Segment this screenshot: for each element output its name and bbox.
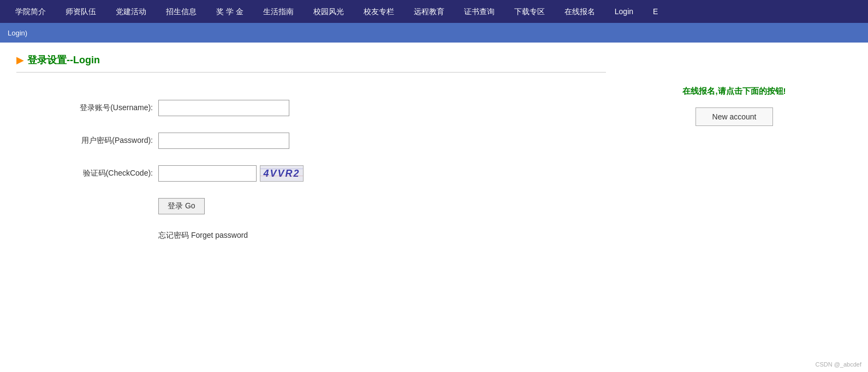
- forget-password-link[interactable]: 忘记密码 Forget password: [158, 231, 248, 239]
- nav-about[interactable]: 学院简介: [5, 0, 56, 23]
- password-input[interactable]: [158, 133, 289, 149]
- username-row: 登录账号(Username):: [49, 100, 606, 116]
- nav-login[interactable]: Login: [605, 0, 643, 23]
- nav-party[interactable]: 党建活动: [106, 0, 156, 23]
- nav-life[interactable]: 生活指南: [253, 0, 304, 23]
- nav-campus[interactable]: 校园风光: [304, 0, 354, 23]
- username-label: 登录账号(Username):: [49, 103, 158, 113]
- nav-admission[interactable]: 招生信息: [156, 0, 206, 23]
- nav-download[interactable]: 下载专区: [504, 0, 555, 23]
- nav-distance[interactable]: 远程教育: [404, 0, 454, 23]
- breadcrumb: Login): [0, 23, 868, 43]
- captcha-row: 验证码(CheckCode): 4VVR2: [49, 165, 606, 182]
- nav-certificate[interactable]: 证书查询: [454, 0, 504, 23]
- main-section: ▶ 登录设置--Login 登录账号(Username): 用户密码(Passw…: [16, 53, 606, 251]
- password-label: 用户密码(Password):: [49, 136, 158, 146]
- captcha-image[interactable]: 4VVR2: [260, 165, 304, 182]
- forget-password-row: 忘记密码 Forget password: [158, 231, 606, 241]
- nav-scholarship[interactable]: 奖 学 金: [206, 0, 253, 23]
- nav-english[interactable]: E: [643, 0, 668, 23]
- nav-alumni[interactable]: 校友专栏: [354, 0, 404, 23]
- nav-bar: 学院简介 师资队伍 党建活动 招生信息 奖 学 金 生活指南 校园风光 校友专栏…: [0, 0, 868, 23]
- register-prompt: 在线报名,请点击下面的按钮!: [628, 86, 841, 97]
- title-icon: ▶: [16, 54, 24, 66]
- nav-register[interactable]: 在线报名: [555, 0, 605, 23]
- password-row: 用户密码(Password):: [49, 133, 606, 149]
- submit-button[interactable]: 登录 Go: [158, 198, 205, 214]
- captcha-label: 验证码(CheckCode):: [49, 169, 158, 178]
- divider: [16, 72, 606, 73]
- login-form: 登录账号(Username): 用户密码(Password): 验证码(Chec…: [16, 89, 606, 251]
- page-title-row: ▶ 登录设置--Login: [16, 53, 606, 67]
- nav-faculty[interactable]: 师资队伍: [56, 0, 106, 23]
- breadcrumb-text: Login): [8, 29, 27, 37]
- captcha-input[interactable]: [158, 165, 257, 182]
- submit-row: 登录 Go: [49, 198, 606, 214]
- page-content: ▶ 登录设置--Login 登录账号(Username): 用户密码(Passw…: [0, 43, 868, 262]
- new-account-button[interactable]: New account: [695, 107, 774, 126]
- username-input[interactable]: [158, 100, 289, 116]
- captcha-input-group: 4VVR2: [158, 165, 304, 182]
- right-sidebar: 在线报名,请点击下面的按钮! New account: [606, 53, 841, 251]
- page-title: 登录设置--Login: [27, 53, 100, 67]
